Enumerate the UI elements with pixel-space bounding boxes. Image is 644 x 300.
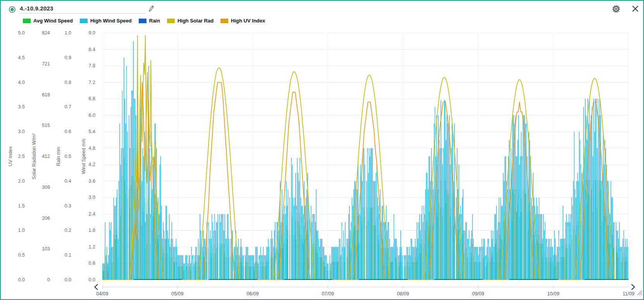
wind-tick-label: 4.8 (76, 145, 95, 151)
wind-tick-label: 0.0 (76, 277, 95, 283)
x-tick-label: 07/09 (312, 291, 343, 297)
uv-tick-label: 2.5 (5, 153, 25, 159)
x-tick-label: 09/09 (463, 291, 494, 297)
time-scrollbar[interactable] (102, 284, 629, 291)
uv-tick-label: 1.0 (5, 227, 25, 233)
wind-axis-title: Wind Speed m/s (81, 110, 88, 203)
solar-tick-label: 206 (31, 215, 50, 221)
wind-tick-label: 5.4 (76, 129, 95, 135)
wind-tick-label: 9.0 (76, 30, 95, 36)
uv-tick-label: 4.5 (5, 55, 25, 61)
solar-tick-label: 412 (31, 153, 50, 159)
wind-tick-label: 7.8 (76, 63, 95, 69)
wind-tick-label: 3.6 (76, 178, 95, 184)
weather-station-window: 4.-10.9.2023 Avg Wind SpeedHigh Wind Spe… (0, 0, 644, 300)
x-tick-label: 10/09 (538, 291, 569, 297)
solar-tick-label: 824 (31, 30, 50, 36)
solar-tick-label: 618 (31, 92, 50, 98)
next-page-button[interactable] (631, 284, 635, 290)
uv-tick-label: 3.0 (5, 129, 25, 135)
uv-tick-label: 2.0 (5, 178, 25, 184)
rain-tick-label: 0.4 (52, 178, 71, 184)
rain-tick-label: 0.0 (52, 277, 71, 283)
solar-tick-label: 515 (31, 122, 50, 129)
x-tick-label: 08/09 (387, 291, 418, 297)
rain-tick-label: 0.6 (52, 129, 71, 135)
solar-tick-label: 309 (31, 184, 50, 190)
wind-tick-label: 2.4 (76, 211, 95, 217)
rain-tick-label: 0.9 (52, 55, 71, 61)
uv-tick-label: 4.0 (5, 79, 25, 86)
chart-area: UV Index Solar Radiation W/m² Rain mm Wi… (1, 1, 644, 300)
wind-tick-label: 6.6 (76, 96, 95, 102)
x-tick-label: 11/09 (613, 291, 644, 297)
solar-tick-label: 0 (31, 277, 50, 283)
wind-tick-label: 7.2 (76, 79, 95, 86)
wind-tick-label: 4.2 (76, 161, 95, 168)
prev-page-button[interactable] (94, 284, 98, 290)
rain-tick-label: 0.1 (52, 252, 71, 258)
wind-tick-label: 1.8 (76, 227, 95, 233)
uv-tick-label: 1.5 (5, 203, 25, 209)
rain-tick-label: 0.5 (52, 153, 71, 159)
rain-tick-label: 0.3 (52, 203, 71, 209)
uv-tick-label: 0.5 (5, 252, 25, 258)
wind-tick-label: 1.2 (76, 244, 95, 250)
wind-tick-label: 6.0 (76, 112, 95, 118)
x-tick-label: 06/09 (237, 291, 268, 297)
solar-tick-label: 103 (31, 246, 50, 252)
x-tick-label: 05/09 (162, 291, 193, 297)
x-tick-label: 04/09 (87, 291, 118, 297)
uv-tick-label: 0.0 (5, 277, 25, 283)
rain-tick-label: 1.0 (52, 30, 71, 36)
prev-chevron-icon (94, 284, 98, 290)
wind-tick-label: 3.0 (76, 194, 95, 201)
rain-tick-label: 0.7 (52, 104, 71, 110)
uv-tick-label: 5.0 (5, 30, 25, 36)
wind-tick-label: 8.4 (76, 46, 95, 53)
rain-tick-label: 0.2 (52, 227, 71, 233)
solar-tick-label: 721 (31, 61, 50, 67)
high-wind-speed-bars (103, 41, 628, 280)
plot-canvas[interactable] (102, 33, 629, 280)
next-chevron-icon (631, 284, 635, 290)
uv-tick-label: 3.5 (5, 104, 25, 110)
wind-tick-label: 0.6 (76, 260, 95, 266)
rain-tick-label: 0.8 (52, 79, 71, 86)
